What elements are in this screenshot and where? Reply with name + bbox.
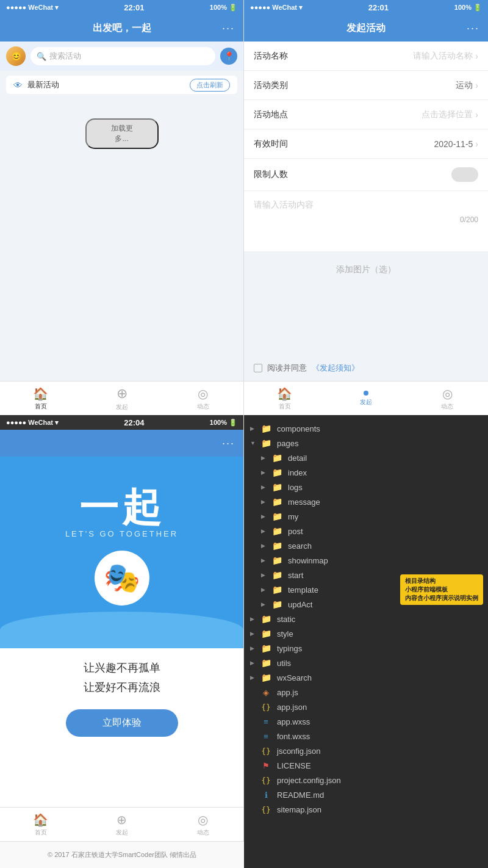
home-icon: 🏠: [33, 386, 48, 401]
tree-item[interactable]: ▶📁wxSearch: [244, 670, 488, 685]
tree-item[interactable]: ▶📁post: [244, 524, 488, 538]
tree-arrow-icon: ▶: [250, 425, 257, 432]
left-header-title: 出发吧，一起: [93, 22, 151, 35]
form-activity-time[interactable]: 有效时间 2020-11-5 ›: [244, 129, 488, 159]
load-more-button[interactable]: 加载更多...: [85, 118, 159, 149]
nav-item-feed[interactable]: ◎ 动态: [162, 382, 243, 415]
right-header-dots[interactable]: ···: [467, 22, 479, 35]
tree-file-icon: 📁: [260, 643, 272, 654]
experience-button[interactable]: 立即体验: [66, 709, 178, 737]
slogan-line1: 让兴趣不再孤单: [84, 660, 160, 675]
left-header-dots[interactable]: ···: [222, 22, 235, 35]
char-count: 0/200: [254, 215, 478, 224]
left-content: 👁 最新活动 点击刷新 加载更多...: [0, 71, 243, 381]
tree-file-icon: ≡: [260, 731, 272, 742]
tree-item-label: index: [288, 468, 307, 477]
right-status-right: 100% 🔋: [454, 4, 482, 12]
phone3-nav-label-home: 首页: [35, 828, 47, 837]
phone3-nav-home[interactable]: 🏠 首页: [0, 808, 81, 841]
field-label-time: 有效时间: [254, 139, 296, 150]
tree-item[interactable]: ▶📁logs: [244, 480, 488, 494]
left-status-carrier: ●●●●● WeChat ▾: [6, 4, 59, 12]
tree-item[interactable]: ≡font.wxss: [244, 729, 488, 743]
tree-item[interactable]: ≡app.wxss: [244, 714, 488, 729]
tree-item[interactable]: ▶📁components: [244, 421, 488, 436]
tree-item-label: LICENSE: [277, 761, 311, 770]
tree-item[interactable]: ▶📁search: [244, 538, 488, 553]
left-bottom-nav: 🏠 首页 ⊕ 发起 ◎ 动态: [0, 381, 243, 415]
tree-item[interactable]: {}sitemap.json: [244, 802, 488, 817]
form-activity-location[interactable]: 活动地点 点击选择位置 ›: [244, 100, 488, 129]
left-status-right: 100% 🔋: [210, 4, 237, 12]
agree-text: 阅读并同意: [267, 363, 307, 374]
tree-arrow-icon: ▶: [250, 645, 257, 651]
tree-item-label: detail: [288, 454, 307, 463]
right-nav-start[interactable]: 发起: [325, 382, 406, 415]
form-activity-name[interactable]: 活动名称 请输入活动名称 ›: [244, 42, 488, 71]
feed-icon: ◎: [198, 386, 208, 401]
location-icon[interactable]: 📍: [220, 48, 237, 65]
textarea-placeholder: 请输入活动内容: [254, 200, 478, 211]
activity-label: 最新活动: [27, 79, 185, 90]
phone3-status-bar: ●●●●● WeChat ▾ 22:04 100% 🔋: [0, 415, 243, 430]
tree-file-icon: 📁: [271, 584, 283, 595]
tree-item[interactable]: ▶📁detail: [244, 450, 488, 465]
tree-item[interactable]: ▶📁my: [244, 509, 488, 524]
right-nav-home[interactable]: 🏠 首页: [244, 382, 325, 415]
field-label-name: 活动名称: [254, 51, 296, 62]
search-placeholder: 搜索活动: [49, 51, 81, 62]
tree-item[interactable]: ▶📁template根目录结构小程序前端模板内容含小程序演示说明实例: [244, 582, 488, 597]
form-activity-type[interactable]: 活动类别 运动 ›: [244, 71, 488, 100]
tree-item[interactable]: ⚑LICENSE: [244, 758, 488, 773]
nav-item-start[interactable]: ⊕ 发起: [81, 382, 162, 415]
left-phone: ●●●●● WeChat ▾ 22:01 100% 🔋 出发吧，一起 ··· 😊…: [0, 0, 244, 415]
phone3-header-dots[interactable]: ···: [222, 437, 235, 450]
tree-item[interactable]: ▶📁index: [244, 465, 488, 480]
tree-item[interactable]: ▶📁style: [244, 626, 488, 641]
phone3-nav-feed[interactable]: ◎ 动态: [162, 808, 243, 841]
wave-decoration: [0, 612, 243, 648]
tree-item-label: logs: [288, 483, 303, 492]
tree-item-label: components: [277, 424, 320, 433]
tree-item[interactable]: ▶📁showinmap: [244, 553, 488, 568]
tree-item-label: font.wxss: [277, 732, 310, 741]
tree-item[interactable]: ▼📁pages: [244, 436, 488, 450]
tree-item[interactable]: ◈app.js: [244, 685, 488, 700]
refresh-button[interactable]: 点击刷新: [190, 79, 230, 92]
search-icon: 🔍: [37, 52, 46, 61]
right-status-carrier: ●●●●● WeChat ▾: [250, 4, 303, 12]
content-textarea-group[interactable]: 请输入活动内容 0/200: [244, 191, 488, 252]
tree-item-label: start: [288, 571, 303, 580]
form-activity-limit[interactable]: 限制人数: [244, 159, 488, 191]
tree-file-icon: 📁: [271, 599, 283, 610]
tree-file-icon: 📁: [271, 467, 283, 478]
right-phone-header: 发起活动 ···: [244, 15, 488, 42]
tree-item-label: sitemap.json: [277, 805, 321, 814]
right-nav-label-feed: 动态: [441, 402, 453, 411]
search-input-wrap[interactable]: 🔍 搜索活动: [30, 47, 215, 65]
tree-arrow-icon: ▶: [261, 572, 268, 578]
tree-item[interactable]: {}project.config.json: [244, 773, 488, 787]
phone3-lower: 让兴趣不再孤单 让爱好不再流浪 立即体验: [0, 648, 243, 807]
add-image-section[interactable]: 添加图片（选）: [244, 252, 488, 355]
tree-item[interactable]: {}app.json: [244, 700, 488, 714]
tree-item[interactable]: {}jsconfig.json: [244, 743, 488, 758]
limit-toggle[interactable]: [451, 167, 478, 182]
tree-item[interactable]: ▶📁message: [244, 494, 488, 509]
nav-label-home: 首页: [35, 402, 47, 411]
nav-item-home[interactable]: 🏠 首页: [0, 382, 81, 415]
tree-item[interactable]: ▶📁typings: [244, 641, 488, 656]
agree-link[interactable]: 《发起须知》: [312, 363, 359, 374]
agree-checkbox[interactable]: [254, 364, 262, 372]
tree-arrow-icon: ▶: [261, 455, 268, 461]
tree-item[interactable]: ℹREADME.md: [244, 787, 488, 802]
tree-item[interactable]: ▶📁updAct: [244, 597, 488, 612]
tree-item-label: utils: [277, 659, 291, 668]
phone3-nav-start[interactable]: ⊕ 发起: [81, 808, 162, 841]
right-nav-feed[interactable]: ◎ 动态: [407, 382, 488, 415]
tree-item-label: app.json: [277, 703, 307, 712]
tree-item[interactable]: ▶📁utils: [244, 656, 488, 670]
tree-item[interactable]: ▶📁static: [244, 612, 488, 626]
right-status-bar: ●●●●● WeChat ▾ 22:01 100% 🔋: [244, 0, 488, 15]
nav-label-feed: 动态: [197, 402, 209, 411]
